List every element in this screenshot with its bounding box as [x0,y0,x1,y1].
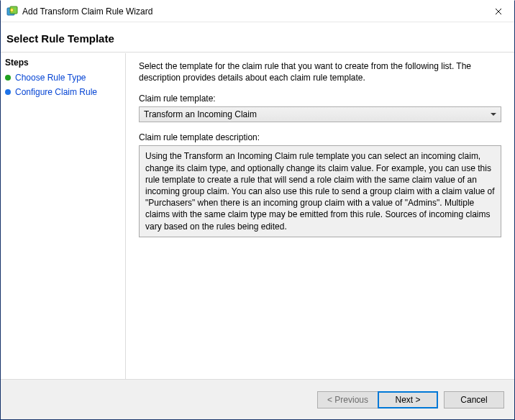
wizard-footer: < Previous Next > Cancel [1,380,514,419]
previous-button: < Previous [317,391,378,408]
instructions-text: Select the template for the claim rule t… [139,60,501,83]
steps-sidebar: Steps Choose Rule Type Configure Claim R… [1,53,126,379]
step-bullet-icon [5,89,11,95]
claim-rule-description-text: Using the Transform an Incoming Claim ru… [139,145,501,237]
title-bar: Add Transform Claim Rule Wizard [1,1,514,22]
step-choose-rule-type[interactable]: Choose Rule Type [1,70,125,85]
step-configure-claim-rule[interactable]: Configure Claim Rule [1,85,125,99]
step-bullet-icon [5,75,11,81]
window-title: Add Transform Claim Rule Wizard [22,6,482,17]
claim-rule-template-dropdown[interactable]: Transform an Incoming Claim [139,106,501,122]
app-icon [6,6,18,17]
page-title: Select Rule Template [1,22,514,52]
content-pane: Select the template for the claim rule t… [126,53,514,379]
claim-rule-template-label: Claim rule template: [139,93,501,104]
step-label: Configure Claim Rule [15,87,97,97]
chevron-down-icon [491,113,496,116]
claim-rule-description-label: Claim rule template description: [139,132,501,142]
close-button[interactable] [482,1,514,22]
dropdown-selected-value: Transform an Incoming Claim [144,109,257,119]
cancel-button[interactable]: Cancel [444,391,504,408]
next-button[interactable]: Next > [378,391,438,408]
steps-heading: Steps [1,53,125,70]
step-label: Choose Rule Type [15,73,86,83]
